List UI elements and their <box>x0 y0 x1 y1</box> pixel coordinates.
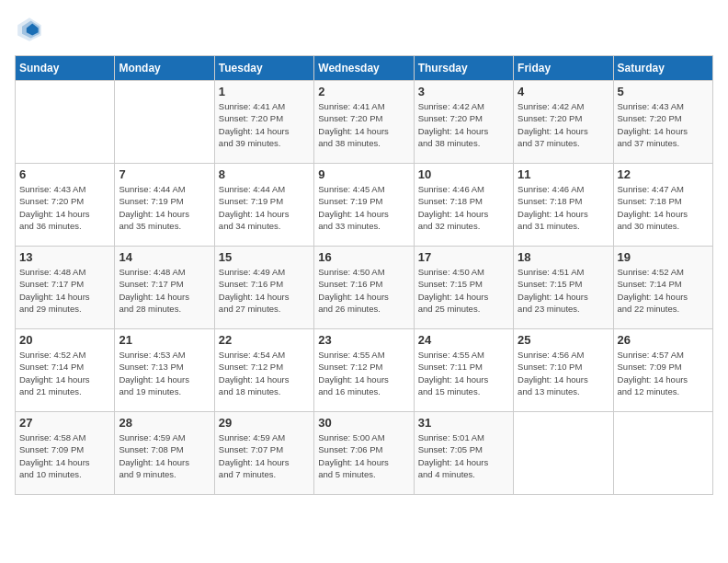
calendar-cell: 14Sunrise: 4:48 AM Sunset: 7:17 PM Dayli… <box>115 247 214 329</box>
day-number: 12 <box>618 167 709 181</box>
calendar-cell: 21Sunrise: 4:53 AM Sunset: 7:13 PM Dayli… <box>115 329 214 412</box>
calendar-cell: 12Sunrise: 4:47 AM Sunset: 7:18 PM Dayli… <box>613 164 712 247</box>
day-header-thursday: Thursday <box>414 56 513 81</box>
day-header-tuesday: Tuesday <box>214 56 313 81</box>
calendar-week-4: 20Sunrise: 4:52 AM Sunset: 7:14 PM Dayli… <box>16 329 713 412</box>
calendar-cell: 7Sunrise: 4:44 AM Sunset: 7:19 PM Daylig… <box>115 164 214 247</box>
day-info: Sunrise: 4:48 AM Sunset: 7:17 PM Dayligh… <box>119 266 210 315</box>
day-info: Sunrise: 4:41 AM Sunset: 7:20 PM Dayligh… <box>219 100 310 149</box>
day-number: 5 <box>618 85 709 98</box>
day-header-saturday: Saturday <box>613 56 712 81</box>
day-info: Sunrise: 4:52 AM Sunset: 7:14 PM Dayligh… <box>618 266 709 315</box>
day-info: Sunrise: 4:46 AM Sunset: 7:18 PM Dayligh… <box>518 183 609 232</box>
day-number: 7 <box>119 167 210 181</box>
calendar-cell: 19Sunrise: 4:52 AM Sunset: 7:14 PM Dayli… <box>613 247 712 329</box>
day-info: Sunrise: 4:57 AM Sunset: 7:09 PM Dayligh… <box>618 349 709 397</box>
day-number: 28 <box>119 416 210 430</box>
calendar-cell: 4Sunrise: 4:42 AM Sunset: 7:20 PM Daylig… <box>514 81 613 164</box>
day-number: 13 <box>19 250 110 264</box>
day-info: Sunrise: 4:44 AM Sunset: 7:19 PM Dayligh… <box>119 183 210 232</box>
calendar-week-1: 1Sunrise: 4:41 AM Sunset: 7:20 PM Daylig… <box>16 81 713 164</box>
day-info: Sunrise: 4:45 AM Sunset: 7:19 PM Dayligh… <box>318 183 409 232</box>
day-number: 27 <box>19 416 110 430</box>
day-info: Sunrise: 4:50 AM Sunset: 7:15 PM Dayligh… <box>418 266 509 315</box>
day-number: 17 <box>418 250 509 264</box>
calendar-cell: 13Sunrise: 4:48 AM Sunset: 7:17 PM Dayli… <box>16 247 115 329</box>
day-number: 23 <box>318 333 409 347</box>
day-info: Sunrise: 4:50 AM Sunset: 7:16 PM Dayligh… <box>318 266 409 315</box>
day-number: 25 <box>518 333 609 347</box>
day-info: Sunrise: 4:42 AM Sunset: 7:20 PM Dayligh… <box>518 100 609 149</box>
day-number: 14 <box>119 250 210 264</box>
day-info: Sunrise: 4:56 AM Sunset: 7:10 PM Dayligh… <box>518 349 609 397</box>
day-number: 18 <box>518 250 609 264</box>
day-number: 16 <box>318 250 409 264</box>
calendar-cell: 25Sunrise: 4:56 AM Sunset: 7:10 PM Dayli… <box>514 329 613 412</box>
calendar-cell: 22Sunrise: 4:54 AM Sunset: 7:12 PM Dayli… <box>214 329 313 412</box>
day-number: 29 <box>219 416 310 430</box>
calendar-table: SundayMondayTuesdayWednesdayThursdayFrid… <box>15 55 713 495</box>
day-number: 22 <box>219 333 310 347</box>
day-number: 26 <box>618 333 709 347</box>
day-number: 1 <box>219 85 310 98</box>
day-header-sunday: Sunday <box>16 56 115 81</box>
day-number: 19 <box>618 250 709 264</box>
calendar-week-5: 27Sunrise: 4:58 AM Sunset: 7:09 PM Dayli… <box>16 412 713 495</box>
calendar-cell: 16Sunrise: 4:50 AM Sunset: 7:16 PM Dayli… <box>314 247 414 329</box>
page-header <box>15 15 713 44</box>
calendar-cell <box>16 81 115 164</box>
day-info: Sunrise: 4:59 AM Sunset: 7:08 PM Dayligh… <box>119 431 210 480</box>
calendar-cell: 5Sunrise: 4:43 AM Sunset: 7:20 PM Daylig… <box>613 81 712 164</box>
day-number: 31 <box>418 416 509 430</box>
day-number: 11 <box>518 167 609 181</box>
day-info: Sunrise: 4:43 AM Sunset: 7:20 PM Dayligh… <box>19 183 110 232</box>
calendar-cell: 27Sunrise: 4:58 AM Sunset: 7:09 PM Dayli… <box>16 412 115 495</box>
day-header-wednesday: Wednesday <box>314 56 414 81</box>
day-number: 10 <box>418 167 509 181</box>
calendar-cell: 6Sunrise: 4:43 AM Sunset: 7:20 PM Daylig… <box>16 164 115 247</box>
calendar-week-2: 6Sunrise: 4:43 AM Sunset: 7:20 PM Daylig… <box>16 164 713 247</box>
day-info: Sunrise: 4:42 AM Sunset: 7:20 PM Dayligh… <box>418 100 509 149</box>
day-info: Sunrise: 5:01 AM Sunset: 7:05 PM Dayligh… <box>418 431 509 480</box>
calendar-cell: 23Sunrise: 4:55 AM Sunset: 7:12 PM Dayli… <box>314 329 414 412</box>
calendar-cell: 17Sunrise: 4:50 AM Sunset: 7:15 PM Dayli… <box>414 247 513 329</box>
day-info: Sunrise: 4:41 AM Sunset: 7:20 PM Dayligh… <box>318 100 409 149</box>
calendar-cell: 31Sunrise: 5:01 AM Sunset: 7:05 PM Dayli… <box>414 412 513 495</box>
day-info: Sunrise: 4:55 AM Sunset: 7:11 PM Dayligh… <box>418 349 509 397</box>
calendar-cell: 20Sunrise: 4:52 AM Sunset: 7:14 PM Dayli… <box>16 329 115 412</box>
calendar-week-3: 13Sunrise: 4:48 AM Sunset: 7:17 PM Dayli… <box>16 247 713 329</box>
calendar-cell: 26Sunrise: 4:57 AM Sunset: 7:09 PM Dayli… <box>613 329 712 412</box>
calendar-cell: 1Sunrise: 4:41 AM Sunset: 7:20 PM Daylig… <box>214 81 313 164</box>
calendar-cell: 3Sunrise: 4:42 AM Sunset: 7:20 PM Daylig… <box>414 81 513 164</box>
calendar-cell <box>115 81 214 164</box>
calendar-cell: 28Sunrise: 4:59 AM Sunset: 7:08 PM Dayli… <box>115 412 214 495</box>
calendar-cell <box>613 412 712 495</box>
day-info: Sunrise: 4:55 AM Sunset: 7:12 PM Dayligh… <box>318 349 409 397</box>
day-info: Sunrise: 4:53 AM Sunset: 7:13 PM Dayligh… <box>119 349 210 397</box>
day-info: Sunrise: 4:43 AM Sunset: 7:20 PM Dayligh… <box>618 100 709 149</box>
day-header-friday: Friday <box>514 56 613 81</box>
calendar-header-row: SundayMondayTuesdayWednesdayThursdayFrid… <box>16 56 713 81</box>
calendar-cell: 10Sunrise: 4:46 AM Sunset: 7:18 PM Dayli… <box>414 164 513 247</box>
logo-icon <box>15 15 44 44</box>
day-info: Sunrise: 4:46 AM Sunset: 7:18 PM Dayligh… <box>418 183 509 232</box>
day-info: Sunrise: 4:44 AM Sunset: 7:19 PM Dayligh… <box>219 183 310 232</box>
calendar-cell: 30Sunrise: 5:00 AM Sunset: 7:06 PM Dayli… <box>314 412 414 495</box>
calendar-cell: 11Sunrise: 4:46 AM Sunset: 7:18 PM Dayli… <box>514 164 613 247</box>
day-header-monday: Monday <box>115 56 214 81</box>
day-info: Sunrise: 4:51 AM Sunset: 7:15 PM Dayligh… <box>518 266 609 315</box>
logo <box>15 15 50 44</box>
day-number: 3 <box>418 85 509 98</box>
day-number: 2 <box>318 85 409 98</box>
day-number: 9 <box>318 167 409 181</box>
day-info: Sunrise: 4:52 AM Sunset: 7:14 PM Dayligh… <box>19 349 110 397</box>
calendar-cell <box>514 412 613 495</box>
day-info: Sunrise: 4:48 AM Sunset: 7:17 PM Dayligh… <box>19 266 110 315</box>
calendar-cell: 8Sunrise: 4:44 AM Sunset: 7:19 PM Daylig… <box>214 164 313 247</box>
day-number: 24 <box>418 333 509 347</box>
calendar-cell: 18Sunrise: 4:51 AM Sunset: 7:15 PM Dayli… <box>514 247 613 329</box>
day-number: 8 <box>219 167 310 181</box>
day-number: 30 <box>318 416 409 430</box>
calendar-cell: 2Sunrise: 4:41 AM Sunset: 7:20 PM Daylig… <box>314 81 414 164</box>
day-number: 6 <box>19 167 110 181</box>
